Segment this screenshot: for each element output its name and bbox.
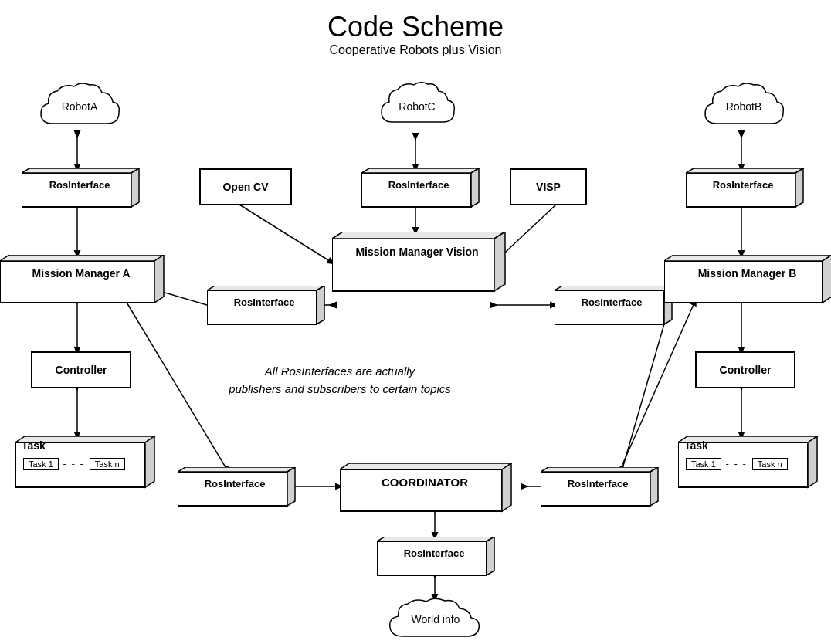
- taskNA: Task n: [90, 458, 125, 470]
- cloud-robotC: RobotC: [378, 77, 456, 135]
- controller-B: Controller: [695, 351, 795, 388]
- taskNB: Task n: [752, 458, 788, 470]
- ros-interface-vision-right: RosInterface: [555, 286, 669, 323]
- subtitle: Cooperative Robots plus Vision: [0, 43, 831, 57]
- svg-line-14: [239, 205, 332, 263]
- mission-manager-B: Mission Manager B: [664, 255, 830, 301]
- mission-manager-vision: Mission Manager Vision: [332, 232, 502, 290]
- ros-interface-B: RosInterface: [686, 168, 800, 205]
- ros-interface-A: RosInterface: [22, 168, 137, 205]
- open-cv: Open CV: [199, 168, 292, 205]
- ros-interface-C: RosInterface: [361, 168, 476, 205]
- task1B: Task 1: [686, 458, 721, 470]
- cloud-robotB: RobotB: [701, 77, 786, 135]
- italic-note: All RosInterfaces are actuallypublishers…: [224, 363, 456, 398]
- task1A: Task 1: [23, 458, 59, 470]
- ros-interface-coord-left: RosInterface: [178, 467, 292, 504]
- ros-interface-vision-left: RosInterface: [207, 286, 321, 323]
- cloud-robotA: RobotA: [37, 77, 122, 135]
- diagram-container: Code Scheme Cooperative Robots plus Visi…: [0, 0, 831, 644]
- ros-interface-coord-bottom: RosInterface: [377, 537, 491, 574]
- title-area: Code Scheme Cooperative Robots plus Visi…: [0, 11, 831, 57]
- task-A: Task Task 1 - - - Task n: [15, 436, 151, 486]
- ros-interface-coord-right: RosInterface: [541, 467, 655, 504]
- main-title: Code Scheme: [0, 11, 831, 43]
- task-B: Task Task 1 - - - Task n: [678, 436, 813, 486]
- cloud-worldinfo: World info: [386, 596, 485, 642]
- mission-manager-A: Mission Manager A: [0, 255, 162, 301]
- controller-A: Controller: [31, 351, 131, 388]
- coordinator: COORDINATOR: [340, 463, 510, 510]
- visp: VISP: [510, 168, 587, 205]
